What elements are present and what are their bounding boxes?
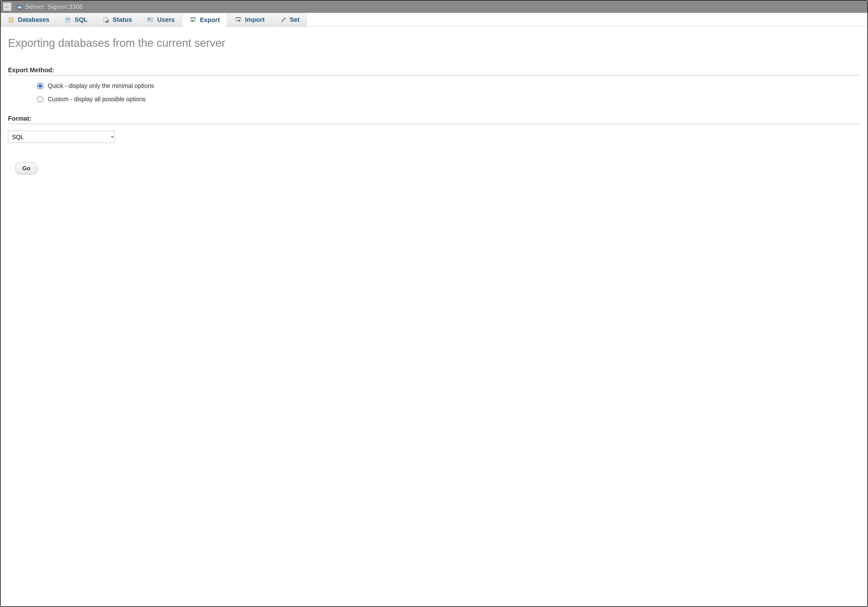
svg-rect-5	[67, 19, 69, 19]
sql-icon	[64, 17, 71, 23]
tab-sql[interactable]: SQL	[57, 13, 95, 26]
tab-export[interactable]: Export	[183, 13, 227, 26]
radio-quick[interactable]	[37, 83, 43, 89]
header-bar: ← Server: Signon:3306	[1, 1, 867, 13]
main-tab-row: Databases SQL Status Users Export Import	[1, 13, 867, 26]
svg-rect-17	[191, 17, 196, 19]
svg-rect-12	[148, 18, 150, 20]
tab-label: Users	[157, 16, 175, 23]
svg-rect-8	[107, 20, 107, 23]
main-content: Exporting databases from the current ser…	[1, 26, 867, 179]
svg-rect-1	[18, 6, 22, 8]
format-select[interactable]: SQL	[8, 131, 115, 143]
page-title: Exporting databases from the current ser…	[8, 36, 860, 50]
tab-label: Export	[200, 16, 220, 24]
format-heading: Format:	[8, 115, 860, 124]
radio-custom[interactable]	[37, 96, 43, 102]
tab-import[interactable]: Import	[228, 13, 272, 26]
database-icon	[8, 17, 14, 23]
tab-settings[interactable]: Set	[273, 13, 307, 26]
arrow-left-icon: ←	[5, 4, 10, 10]
status-icon	[103, 17, 110, 23]
settings-icon	[280, 17, 287, 23]
server-breadcrumb[interactable]: Server: Signon:3306	[16, 3, 83, 11]
tab-databases[interactable]: Databases	[1, 13, 56, 26]
radio-quick-label: Quick - display only the minimal options	[48, 82, 154, 89]
svg-rect-9	[108, 19, 109, 23]
go-button[interactable]: Go	[15, 162, 37, 174]
export-method-quick-row[interactable]: Quick - display only the minimal options	[37, 82, 860, 89]
tab-label: Import	[245, 16, 265, 23]
tab-label: Set	[290, 16, 299, 23]
svg-rect-2	[19, 9, 20, 9]
tab-label: SQL	[74, 16, 87, 23]
import-icon	[235, 17, 242, 23]
tab-label: Status	[113, 16, 132, 23]
tab-label: Databases	[18, 16, 50, 23]
export-icon	[190, 17, 197, 23]
export-method-heading: Export Method:	[8, 66, 860, 76]
svg-rect-14	[150, 19, 153, 20]
server-label: Server: Signon:3306	[25, 3, 83, 11]
svg-rect-19	[236, 17, 241, 18]
export-method-group: Quick - display only the minimal options…	[8, 82, 860, 103]
svg-rect-10	[105, 21, 106, 23]
tab-users[interactable]: Users	[140, 13, 181, 26]
server-icon	[16, 3, 23, 10]
radio-custom-label: Custom - display all possible options	[48, 96, 146, 103]
users-icon	[147, 17, 154, 23]
export-method-custom-row[interactable]: Custom - display all possible options	[37, 96, 860, 103]
back-button[interactable]: ←	[3, 3, 11, 11]
svg-rect-15	[148, 20, 153, 21]
svg-rect-13	[150, 19, 153, 19]
svg-rect-6	[67, 19, 69, 20]
tab-status[interactable]: Status	[96, 13, 139, 26]
